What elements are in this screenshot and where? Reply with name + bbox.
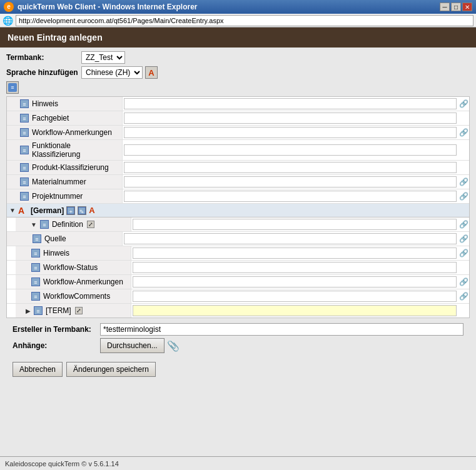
german-label: [German] bbox=[31, 206, 64, 215]
funk-klass-label: Funktionale Klassifizierung bbox=[32, 141, 119, 159]
browser-icon: e bbox=[4, 2, 14, 12]
projektnummer-label: Projektnummer bbox=[32, 192, 83, 201]
address-bar: 🌐 bbox=[0, 14, 476, 28]
field-hinweis: ≡ Hinweis 🔗 bbox=[7, 97, 469, 111]
definition-input[interactable] bbox=[133, 219, 457, 230]
german-add-term-icon[interactable]: + bbox=[66, 206, 75, 215]
german-edit-icon[interactable]: ✎ bbox=[78, 206, 86, 215]
bottom-form: Ersteller in Termbank: Anhänge: Durchsuc… bbox=[6, 321, 470, 358]
workflow-anm-input[interactable] bbox=[124, 127, 457, 138]
field-workflow-status: ≡ Workflow-Status bbox=[7, 261, 469, 275]
german-section-header: ▼ A [German] + ✎ A bbox=[7, 204, 469, 218]
fachgebiet-label: Fachgebiet bbox=[32, 114, 69, 122]
language-select[interactable]: Chinese (ZH) bbox=[81, 66, 143, 79]
wf-comments-input[interactable] bbox=[133, 291, 457, 302]
hinweis-link-icon[interactable]: 🔗 bbox=[458, 99, 469, 108]
de-hinweis-link-icon[interactable]: 🔗 bbox=[458, 249, 469, 258]
quelle-icon: ≡ bbox=[32, 234, 42, 244]
wf-comments-label: WorkflowComments bbox=[43, 292, 110, 301]
de-wf-anm-icon: ≡ bbox=[31, 277, 41, 287]
materialnummer-label: Materialnummer bbox=[32, 178, 86, 186]
definition-expand-icon[interactable]: ⤢ bbox=[87, 221, 94, 228]
termbank-select[interactable]: ZZ_Test bbox=[81, 51, 125, 64]
field-definition: ▼ ≡ Definition ⤢ 🔗 bbox=[7, 218, 469, 232]
wf-status-label: Workflow-Status bbox=[43, 263, 98, 272]
wf-status-input[interactable] bbox=[133, 262, 457, 273]
de-wf-anm-label: Workflow-Anmerkungen bbox=[43, 278, 123, 286]
page-header: Neuen Eintrag anlegen bbox=[0, 28, 476, 48]
add-language-row: Sprache hinzufügen Chinese (ZH) A bbox=[6, 66, 470, 79]
field-produkt-klass: ≡ Produkt-Klassifizierung bbox=[7, 161, 469, 175]
term-input[interactable] bbox=[133, 305, 457, 316]
url-input[interactable] bbox=[16, 15, 473, 26]
de-hinweis-label: Hinweis bbox=[43, 249, 69, 258]
hinweis-input[interactable] bbox=[124, 98, 457, 109]
status-bar: Kaleidoscope quickTerm © v 5.6.1.14 bbox=[0, 456, 476, 470]
termbank-control: ZZ_Test bbox=[81, 51, 125, 64]
ersteller-row: Ersteller in Termbank: bbox=[13, 323, 463, 336]
projektnummer-input[interactable] bbox=[124, 191, 457, 202]
german-collapse-arrow[interactable]: ▼ bbox=[9, 207, 16, 214]
projektnummer-icon: ≡ bbox=[19, 191, 29, 201]
anhaenge-row: Anhänge: Durchsuchen... 📎 bbox=[13, 338, 463, 353]
projektnummer-link-icon[interactable]: 🔗 bbox=[458, 192, 469, 201]
de-hinweis-input[interactable] bbox=[133, 248, 457, 259]
close-button[interactable]: ✕ bbox=[462, 2, 472, 11]
hinweis-icon: ≡ bbox=[19, 99, 29, 109]
cancel-button[interactable]: Abbrechen bbox=[13, 362, 63, 377]
add-language-control: Chinese (ZH) A bbox=[81, 66, 158, 79]
workflow-anm-link-icon[interactable]: 🔗 bbox=[458, 128, 469, 137]
definition-label: Definition bbox=[52, 220, 83, 229]
german-A-icon: A bbox=[89, 206, 94, 215]
produkt-klass-label: Produkt-Klassifizierung bbox=[32, 163, 109, 172]
fachgebiet-icon: ≡ bbox=[19, 113, 29, 123]
form-area: Termbank: ZZ_Test Sprache hinzufügen Chi… bbox=[0, 48, 476, 384]
funk-klass-input[interactable] bbox=[124, 144, 457, 156]
add-language-button[interactable]: A bbox=[145, 66, 158, 79]
fachgebiet-input[interactable] bbox=[124, 112, 457, 124]
field-workflow-anmerkungen: ≡ Workflow-Anmerkungen 🔗 bbox=[7, 126, 469, 140]
materialnummer-input[interactable] bbox=[124, 176, 457, 188]
termbank-label: Termbank: bbox=[6, 53, 81, 62]
save-button[interactable]: Änderungen speichern bbox=[66, 362, 156, 377]
definition-link-icon[interactable]: 🔗 bbox=[458, 220, 469, 229]
status-text: Kaleidoscope quickTerm © v 5.6.1.14 bbox=[5, 460, 119, 468]
de-hinweis-icon: ≡ bbox=[31, 248, 41, 258]
minimize-button[interactable]: ─ bbox=[440, 2, 450, 11]
field-de-wf-anm: ≡ Workflow-Anmerkungen 🔗 bbox=[7, 275, 469, 289]
funk-klass-icon: ≡ bbox=[19, 145, 29, 155]
term-icon: ≡ bbox=[33, 306, 43, 316]
maximize-button[interactable]: □ bbox=[451, 2, 461, 11]
toolbar-db-icon[interactable]: ≡ bbox=[6, 81, 19, 94]
materialnummer-icon: ≡ bbox=[19, 177, 29, 187]
workflow-anm-icon: ≡ bbox=[19, 128, 29, 138]
ersteller-input[interactable] bbox=[100, 323, 463, 336]
wf-comments-link-icon[interactable]: 🔗 bbox=[458, 292, 469, 301]
field-materialnummer: ≡ Materialnummer 🔗 bbox=[7, 175, 469, 189]
field-fachgebiet: ≡ Fachgebiet bbox=[7, 111, 469, 126]
definition-icon: ≡ bbox=[39, 219, 49, 229]
workflow-anm-label: Workflow-Anmerkungen bbox=[32, 128, 112, 137]
wf-status-icon: ≡ bbox=[31, 262, 41, 272]
de-wf-anm-link-icon[interactable]: 🔗 bbox=[458, 278, 469, 286]
field-wf-comments: ≡ WorkflowComments 🔗 bbox=[7, 289, 469, 304]
browse-button[interactable]: Durchsuchen... bbox=[100, 338, 165, 353]
definition-collapse[interactable]: ▼ bbox=[31, 221, 37, 228]
toolbar-row: ≡ bbox=[6, 81, 470, 94]
de-wf-anm-input[interactable] bbox=[133, 276, 457, 288]
termbank-row: Termbank: ZZ_Test bbox=[6, 51, 470, 64]
field-de-hinweis: ≡ Hinweis 🔗 bbox=[7, 246, 469, 261]
produkt-klass-input[interactable] bbox=[124, 162, 457, 173]
hinweis-label: Hinweis bbox=[32, 99, 58, 108]
field-term: ▶ ≡ [TERM] ⤢ bbox=[7, 304, 469, 318]
quelle-link-icon[interactable]: 🔗 bbox=[458, 234, 469, 243]
materialnummer-link-icon[interactable]: 🔗 bbox=[458, 178, 469, 186]
quelle-label: Quelle bbox=[44, 234, 66, 243]
paperclip-icon: 📎 bbox=[167, 340, 180, 352]
term-expand-arrow[interactable]: ▶ bbox=[26, 308, 31, 314]
produkt-klass-icon: ≡ bbox=[19, 162, 29, 172]
quelle-input[interactable] bbox=[124, 233, 457, 244]
german-lang-icon: A bbox=[18, 206, 28, 216]
browser-nav-icon: 🌐 bbox=[3, 16, 13, 26]
window-controls: ─ □ ✕ bbox=[440, 2, 472, 11]
